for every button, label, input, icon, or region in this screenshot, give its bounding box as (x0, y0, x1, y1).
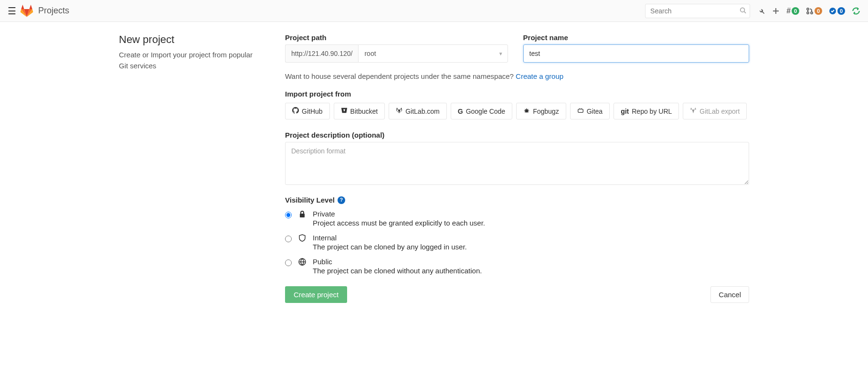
bug-icon (523, 107, 530, 115)
create-group-link[interactable]: Create a group (516, 72, 563, 80)
globe-icon (297, 258, 307, 268)
svg-rect-7 (578, 109, 583, 112)
gitea-icon (577, 107, 584, 115)
main-container: New project Create or Import your projec… (100, 22, 768, 314)
todos-badge: 0 (837, 7, 845, 15)
visibility-private-desc: Project access must be granted explicitl… (313, 219, 749, 227)
gitlab-logo-icon[interactable] (20, 4, 33, 18)
hamburger-menu-icon[interactable]: ☰ (8, 5, 16, 17)
lock-icon (297, 210, 307, 220)
visibility-public-title: Public (313, 258, 749, 266)
cancel-button[interactable]: Cancel (710, 286, 749, 303)
project-path-label: Project path (285, 33, 508, 42)
git-icon: git (621, 108, 629, 115)
search-input[interactable] (645, 4, 750, 18)
visibility-public-radio[interactable] (285, 259, 292, 266)
gitlab-icon (396, 107, 402, 115)
nav-icons: # 0 0 0 (758, 7, 860, 15)
visibility-private-radio[interactable] (285, 212, 292, 218)
svg-point-3 (807, 12, 809, 14)
project-name-label: Project name (523, 33, 749, 42)
right-column: Project path http://121.40.90.120/ root … (285, 33, 749, 303)
page-subtitle: Create or Import your project from popul… (119, 50, 262, 71)
visibility-public-desc: The project can be cloned without any au… (313, 267, 749, 275)
github-icon (292, 107, 299, 115)
visibility-internal-title: Internal (313, 234, 749, 242)
left-column: New project Create or Import your projec… (119, 33, 262, 303)
admin-wrench-icon[interactable] (758, 7, 765, 15)
visibility-internal-desc: The project can be cloned by any logged … (313, 243, 749, 251)
shield-icon (297, 234, 307, 244)
description-textarea[interactable] (285, 142, 749, 185)
nav-title[interactable]: Projects (38, 6, 69, 16)
mr-badge: 0 (815, 7, 822, 15)
namespace-select[interactable]: root (358, 44, 508, 63)
import-fogbugz-button[interactable]: Fogbugz (516, 103, 566, 119)
import-bitbucket-button[interactable]: Bitbucket (334, 103, 385, 119)
bitbucket-icon (341, 107, 348, 115)
visibility-internal-option[interactable]: Internal The project can be cloned by an… (285, 234, 749, 251)
visibility-private-title: Private (313, 210, 749, 218)
base-url-addon: http://121.40.90.120/ (285, 44, 358, 63)
search-icon (740, 7, 746, 15)
svg-rect-8 (300, 214, 305, 217)
import-buttons-row: GitHub Bitbucket GitLab.com G Google Cod… (285, 103, 749, 119)
help-icon[interactable]: ? (338, 196, 345, 204)
svg-point-4 (811, 12, 813, 14)
visibility-public-option[interactable]: Public The project can be cloned without… (285, 258, 749, 275)
path-name-row: Project path http://121.40.90.120/ root … (285, 33, 749, 63)
import-gitlabexport-button[interactable]: GitLab export (683, 103, 747, 119)
svg-point-2 (807, 8, 809, 10)
issues-icon[interactable]: # 0 (786, 7, 799, 15)
import-googlecode-button[interactable]: G Google Code (451, 103, 512, 119)
svg-line-1 (744, 11, 746, 13)
google-icon: G (458, 108, 463, 115)
visibility-internal-radio[interactable] (285, 236, 292, 242)
project-path-group: http://121.40.90.120/ root ▼ (285, 44, 508, 63)
create-project-button[interactable]: Create project (285, 286, 347, 303)
visibility-private-option[interactable]: Private Project access must be granted e… (285, 210, 749, 227)
form-actions: Create project Cancel (285, 286, 749, 303)
import-gitlabcom-button[interactable]: GitLab.com (389, 103, 447, 119)
page-title: New project (119, 33, 262, 46)
description-label: Project description (optional) (285, 131, 749, 139)
namespace-hint: Want to house several dependent projects… (285, 72, 749, 80)
cycle-icon[interactable] (852, 7, 860, 15)
issues-badge: 0 (792, 7, 799, 15)
gitlab-export-icon (690, 107, 697, 115)
todos-icon[interactable]: 0 (829, 7, 845, 15)
top-nav: ☰ Projects # 0 0 0 (0, 0, 868, 22)
import-gitea-button[interactable]: Gitea (570, 103, 610, 119)
svg-point-6 (525, 109, 529, 112)
import-github-button[interactable]: GitHub (285, 103, 330, 119)
import-section-label: Import project from (285, 90, 749, 98)
svg-point-0 (741, 8, 745, 12)
search-box (645, 4, 750, 18)
new-plus-icon[interactable] (772, 7, 780, 15)
project-name-input[interactable] (523, 44, 749, 63)
visibility-label: Visibility Level (285, 196, 335, 204)
import-repobyurl-button[interactable]: git Repo by URL (614, 103, 679, 119)
merge-requests-icon[interactable]: 0 (806, 7, 822, 15)
